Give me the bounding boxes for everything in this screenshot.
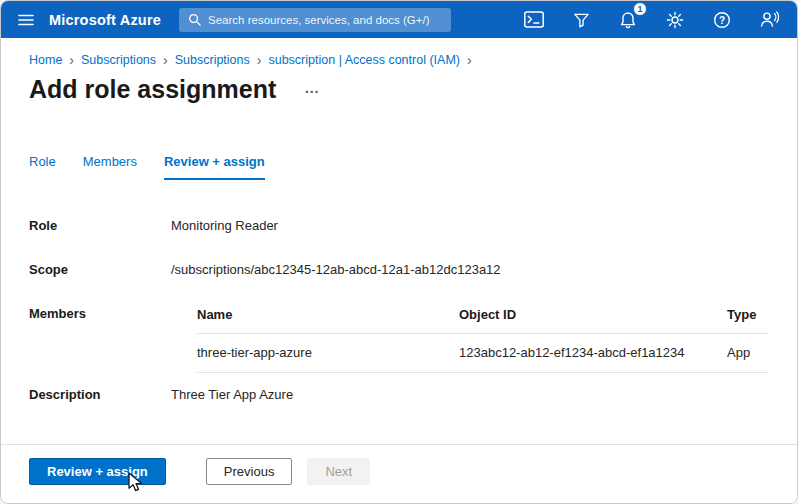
column-header-object-id: Object ID <box>459 307 727 322</box>
tab-members[interactable]: Members <box>83 154 137 180</box>
tab-review-assign[interactable]: Review + assign <box>164 154 265 180</box>
directory-filter-icon[interactable] <box>569 8 593 32</box>
tab-bar: Role Members Review + assign <box>29 154 797 180</box>
scope-label: Scope <box>29 262 171 277</box>
next-button[interactable]: Next <box>307 458 370 485</box>
topbar-actions: 1 ? <box>522 8 781 32</box>
notifications-bell-icon[interactable]: 1 <box>616 8 640 32</box>
role-field: Role Monitoring Reader <box>29 218 769 233</box>
global-search[interactable] <box>179 8 451 32</box>
page-header: Add role assignment … <box>1 67 797 104</box>
breadcrumb-home[interactable]: Home <box>29 53 62 67</box>
description-value: Three Tier App Azure <box>171 387 293 402</box>
breadcrumb-subscriptions-2[interactable]: Subscriptions <box>175 53 250 67</box>
member-type: App <box>727 345 769 360</box>
brand-title: Microsoft Azure <box>49 12 161 28</box>
breadcrumb: Home › Subscriptions › Subscriptions › s… <box>1 38 797 67</box>
table-row[interactable]: three-tier-app-azure 123abc12-ab12-ef123… <box>197 334 769 373</box>
more-commands-ellipsis-icon[interactable]: … <box>304 79 320 96</box>
settings-gear-icon[interactable] <box>663 8 687 32</box>
scope-field: Scope /subscriptions/abc12345-12ab-abcd-… <box>29 262 769 277</box>
role-label: Role <box>29 218 171 233</box>
svg-text:?: ? <box>719 14 725 25</box>
members-table: Name Object ID Type three-tier-app-azure… <box>171 306 769 373</box>
tab-role[interactable]: Role <box>29 154 56 180</box>
column-header-type: Type <box>727 307 769 322</box>
members-table-header: Name Object ID Type <box>197 306 769 334</box>
top-bar: Microsoft Azure 1 ? <box>1 1 797 38</box>
breadcrumb-separator: › <box>69 53 74 67</box>
member-name: three-tier-app-azure <box>197 345 459 360</box>
cloud-shell-icon[interactable] <box>522 8 546 32</box>
role-value: Monitoring Reader <box>171 218 278 233</box>
member-object-id: 123abc12-ab12-ef1234-abcd-ef1a1234 <box>459 345 727 360</box>
breadcrumb-separator: › <box>163 53 168 67</box>
page-title: Add role assignment <box>29 75 276 104</box>
column-header-name: Name <box>197 307 459 322</box>
breadcrumb-subscriptions[interactable]: Subscriptions <box>81 53 156 67</box>
description-label: Description <box>29 387 171 402</box>
review-panel: Role Monitoring Reader Scope /subscripti… <box>1 180 797 402</box>
breadcrumb-separator: › <box>257 53 262 67</box>
breadcrumb-separator: › <box>467 53 472 67</box>
search-icon <box>188 13 201 26</box>
previous-button[interactable]: Previous <box>206 458 293 485</box>
notification-count-badge: 1 <box>633 2 647 16</box>
breadcrumb-access-control-iam[interactable]: subscription | Access control (IAM) <box>268 53 460 67</box>
members-label: Members <box>29 306 171 373</box>
footer-action-bar: Review + assign Previous Next <box>1 444 797 503</box>
azure-portal-window: Microsoft Azure 1 ? <box>0 0 798 504</box>
review-assign-button[interactable]: Review + assign <box>29 458 166 485</box>
feedback-icon[interactable] <box>757 8 781 32</box>
description-field: Description Three Tier App Azure <box>29 387 769 402</box>
hamburger-menu-icon[interactable] <box>13 7 39 33</box>
scope-value: /subscriptions/abc12345-12ab-abcd-12a1-a… <box>171 262 501 277</box>
search-input[interactable] <box>208 14 442 26</box>
help-icon[interactable]: ? <box>710 8 734 32</box>
members-field: Members Name Object ID Type three-tier-a… <box>29 306 769 373</box>
